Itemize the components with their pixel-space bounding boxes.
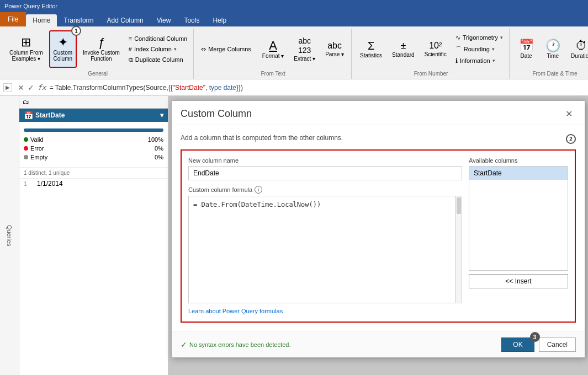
tab-help[interactable]: Help — [206, 14, 233, 26]
ribbon-group-general-content: ⊞ Column FromExamples ▾ ✦ CustomColumn 1… — [6, 29, 190, 69]
ribbon-group-from-text: ⇔ Merge Columns A Format ▾ abc123 Extrac… — [195, 29, 352, 79]
invoke-custom-function-button[interactable]: ƒ Invoke CustomFunction — [79, 30, 124, 68]
stat-valid-row: Valid 100% — [24, 136, 163, 143]
error-label: Error — [30, 145, 44, 152]
scientific-icon: 10² — [429, 41, 442, 50]
footer-buttons: OK 3 Cancel — [501, 338, 576, 352]
step-badge-2: 2 — [566, 134, 576, 144]
formula-box-wrapper: = Date.From(DateTime.LocalNow()) — [188, 196, 462, 303]
tab-file[interactable]: File — [0, 12, 26, 26]
duplicate-column-button[interactable]: ⧉ Duplicate Column — [126, 55, 190, 65]
custom-column-button[interactable]: ✦ CustomColumn — [49, 30, 77, 68]
duration-button[interactable]: ⏱ Duration — [567, 30, 588, 68]
formula-confirm-icon[interactable]: ✓ — [28, 83, 34, 92]
index-column-label: Index Column — [134, 46, 172, 52]
empty-dot — [24, 155, 28, 159]
index-column-icon: # — [129, 46, 132, 52]
modal-body: Add a column that is computed from the o… — [172, 125, 585, 331]
index-column-button[interactable]: # Index Column ▾ — [126, 44, 190, 54]
available-columns-list: StartDate — [469, 166, 568, 271]
column-dropdown-icon[interactable]: ▾ — [160, 111, 163, 119]
duration-icon: ⏱ — [575, 40, 587, 52]
nav-collapse-button[interactable]: ▶ — [3, 83, 12, 92]
invoke-custom-function-label: Invoke CustomFunction — [83, 50, 120, 62]
valid-dot — [24, 137, 28, 142]
row-value-1: 1/1/2014 — [37, 180, 63, 188]
tab-home[interactable]: Home — [26, 14, 57, 26]
footer-status: ✓ No syntax errors have been detected. — [181, 340, 290, 349]
ribbon-group-from-date-time-content: 📅 Date 🕐 Time ⏱ Duration — [514, 29, 588, 69]
date-button[interactable]: 📅 Date — [514, 30, 538, 68]
rounding-dropdown-icon: ▾ — [492, 46, 495, 52]
custom-column-icon: ✦ — [58, 36, 68, 49]
parse-button[interactable]: abc Parse ▾ — [321, 30, 348, 68]
time-label: Time — [547, 53, 559, 59]
ribbon-tabs: File Home Transform Add Column View Tool… — [0, 12, 588, 26]
parse-icon: abc — [327, 41, 342, 50]
formula-cancel-icon[interactable]: ✕ — [18, 83, 24, 92]
standard-button[interactable]: ± Standard — [388, 30, 419, 68]
valid-pct: 100% — [148, 136, 163, 143]
rounding-icon: ⌒ — [455, 45, 462, 53]
sidebar-header: 🗂 — [19, 96, 168, 109]
valid-label: Valid — [30, 136, 44, 143]
modal-form-box: New column name Custom column formula i … — [181, 149, 576, 323]
available-column-startdate[interactable]: StartDate — [469, 167, 568, 180]
trigonometry-label: Trigonometry — [463, 34, 498, 41]
conditional-column-button[interactable]: ≡ Conditional Column — [126, 34, 190, 44]
stat-empty-row: Empty 0% — [24, 154, 163, 160]
learn-link[interactable]: Learn about Power Query formulas — [188, 308, 283, 314]
merge-columns-button[interactable]: ⇔ Merge Columns — [198, 44, 254, 55]
ok-button[interactable]: OK — [501, 338, 534, 352]
modal-title: Custom Column — [181, 108, 252, 120]
information-dropdown-icon: ▾ — [492, 58, 495, 63]
time-button[interactable]: 🕐 Time — [541, 30, 565, 68]
tab-view[interactable]: View — [150, 14, 178, 26]
column-from-examples-label: Column FromExamples ▾ — [9, 50, 43, 62]
title-bar: Power Query Editor — [0, 0, 588, 12]
scientific-label: Scientific — [425, 51, 447, 57]
formula-scrollbar[interactable] — [455, 196, 462, 303]
ribbon-col-from-text-small: ⇔ Merge Columns — [198, 44, 254, 55]
step-badge-1: 1 — [71, 26, 81, 36]
queries-label: Queries — [6, 225, 13, 247]
sidebar-stats: Valid 100% Error 0% Empty 0% — [19, 122, 168, 167]
information-button[interactable]: ℹ Information ▾ — [453, 56, 506, 66]
tab-transform[interactable]: Transform — [57, 14, 100, 26]
date-icon: 📅 — [519, 40, 534, 52]
column-from-examples-icon: ⊞ — [21, 36, 31, 49]
col-name-input[interactable] — [188, 166, 462, 180]
format-button[interactable]: A Format ▾ — [258, 30, 288, 68]
queries-panel[interactable]: Queries — [0, 96, 19, 375]
available-col-label: Available columns — [469, 157, 568, 164]
modal-left: New column name Custom column formula i … — [188, 157, 462, 315]
tab-tools[interactable]: Tools — [177, 14, 206, 26]
column-from-examples-button[interactable]: ⊞ Column FromExamples ▾ — [6, 30, 47, 68]
custom-column-label: CustomColumn — [54, 50, 72, 62]
formula-input[interactable]: = Date.From(DateTime.LocalNow()) — [189, 196, 462, 301]
cancel-button[interactable]: Cancel — [539, 338, 576, 352]
insert-button[interactable]: << Insert — [469, 274, 568, 288]
trigonometry-button[interactable]: ∿ Trigonometry ▾ — [453, 33, 506, 43]
ribbon-col-general-small: ≡ Conditional Column # Index Column ▾ ⧉ … — [126, 34, 190, 65]
rounding-label: Rounding — [464, 46, 490, 52]
formula-bar-content[interactable]: = Table.TransformColumnTypes(Source,{{"S… — [50, 84, 585, 92]
ribbon-group-general: ⊞ Column FromExamples ▾ ✦ CustomColumn 1… — [2, 29, 194, 79]
format-icon: A — [269, 40, 277, 52]
scientific-button[interactable]: 10² Scientific — [421, 30, 451, 68]
sidebar-header-icon[interactable]: 🗂 — [23, 98, 29, 106]
nav-arrows: ▶ — [3, 83, 12, 92]
statistics-button[interactable]: Σ Statistics — [356, 30, 386, 68]
col-name-label: New column name — [188, 157, 462, 164]
modal-close-button[interactable]: ✕ — [562, 108, 576, 120]
modal-header: Custom Column ✕ — [172, 101, 585, 125]
tab-add-column[interactable]: Add Column — [100, 14, 150, 26]
ribbon-group-from-text-label: From Text — [261, 69, 285, 77]
rounding-button[interactable]: ⌒ Rounding ▾ — [453, 44, 506, 55]
ribbon-group-from-number-label: From Number — [414, 69, 448, 77]
error-dot — [24, 146, 28, 151]
formula-label: Custom column formula i — [188, 186, 462, 194]
formula-info-icon[interactable]: i — [255, 186, 262, 194]
extract-button[interactable]: abc123 Extract ▾ — [290, 30, 319, 68]
merge-columns-icon: ⇔ — [201, 46, 206, 53]
